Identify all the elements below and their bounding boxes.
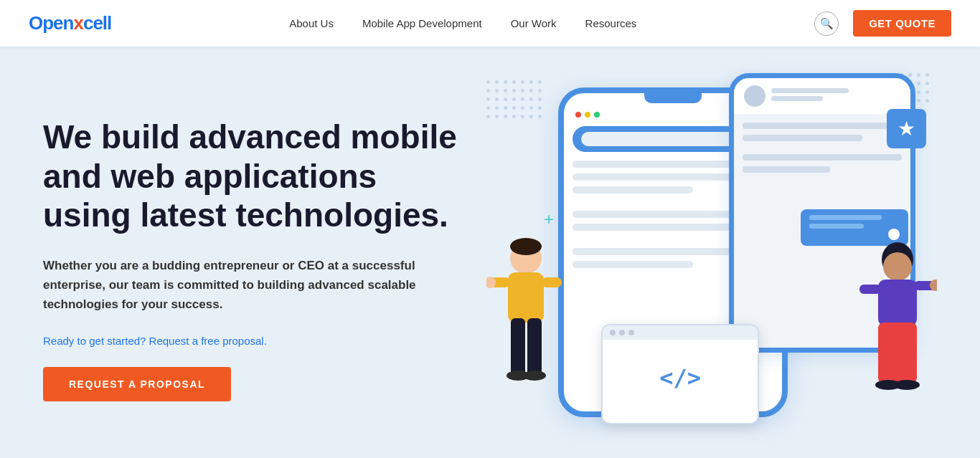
star-icon: ★ [897, 117, 915, 140]
sec-line-1 [771, 88, 849, 93]
cw-dot-2 [619, 330, 625, 335]
plus-icon-2: + [544, 209, 554, 229]
nav-link-work[interactable]: Our Work [511, 17, 557, 29]
phone-line-3 [573, 186, 693, 194]
code-window-bar [603, 325, 758, 340]
logo-open: Open [29, 12, 73, 34]
sec-line-2 [771, 96, 823, 101]
svg-rect-16 [878, 323, 917, 383]
code-window-body: </> [603, 340, 758, 416]
nav-link-resources[interactable]: Resources [585, 17, 637, 29]
svg-rect-6 [511, 318, 525, 376]
svg-rect-13 [859, 285, 881, 294]
hero-left: We build advanced mobile and web applica… [43, 103, 472, 401]
cw-dot-1 [610, 330, 616, 335]
sp-line-2 [743, 135, 862, 141]
request-proposal-button[interactable]: REQUEST A PROPOSAL [43, 367, 231, 401]
nav-item-resources[interactable]: Resources [585, 17, 637, 30]
search-oval [581, 132, 748, 146]
dot-green [594, 112, 600, 118]
svg-point-11 [883, 252, 912, 281]
hero-subtitle: Whether you are a budding entrepreneur o… [43, 256, 459, 315]
logo[interactable]: Openxcell [29, 12, 111, 34]
code-tag-text: </> [659, 364, 701, 391]
sp-line-1 [743, 123, 902, 129]
hero-proposal-link[interactable]: Ready to get started? Request a free pro… [43, 335, 472, 347]
star-badge: ★ [887, 109, 926, 148]
phone-line-5 [573, 224, 733, 231]
hero-title: We build advanced mobile and web applica… [43, 118, 472, 234]
hero-section: We build advanced mobile and web applica… [0, 47, 980, 458]
svg-rect-7 [527, 318, 542, 376]
fc-line-2 [809, 224, 864, 229]
get-quote-button[interactable]: GET QUOTE [853, 10, 951, 37]
nav-links: About Us Mobile App Development Our Work… [289, 17, 636, 30]
logo-cell: cell [83, 12, 111, 34]
nav-link-mobile[interactable]: Mobile App Development [362, 17, 482, 29]
sp-line-4 [743, 166, 830, 173]
person-left-figure [486, 231, 565, 417]
navbar: Openxcell About Us Mobile App Developmen… [0, 0, 980, 47]
dot-red [575, 112, 581, 118]
sec-text-lines [771, 88, 900, 104]
person-right-figure [858, 238, 937, 417]
svg-rect-4 [542, 277, 562, 287]
search-button[interactable]: 🔍 [814, 11, 839, 36]
phone-line-2 [573, 173, 733, 181]
logo-x: x [73, 12, 83, 34]
nav-right: 🔍 GET QUOTE [814, 10, 951, 37]
nav-item-work[interactable]: Our Work [511, 17, 557, 30]
code-window: </> [601, 324, 759, 424]
hero-illustration: + + + 🔍 [472, 66, 937, 439]
nav-item-mobile[interactable]: Mobile App Development [362, 17, 482, 30]
nav-link-about[interactable]: About Us [289, 17, 334, 29]
secondary-phone-header [734, 78, 910, 114]
svg-point-1 [510, 238, 542, 255]
secondary-phone-body [734, 114, 910, 187]
svg-rect-2 [508, 272, 544, 323]
svg-point-9 [523, 371, 546, 381]
svg-point-18 [894, 380, 920, 390]
sp-line-3 [743, 154, 902, 161]
fc-line-1 [809, 215, 882, 220]
phone-line-7 [573, 261, 693, 268]
phone-notch [644, 93, 702, 103]
svg-rect-12 [878, 280, 917, 326]
search-icon: 🔍 [820, 17, 834, 30]
cw-dot-3 [628, 330, 634, 335]
avatar-placeholder [744, 85, 765, 107]
dot-yellow [585, 112, 590, 118]
dots-decoration-left [486, 80, 542, 119]
nav-item-about[interactable]: About Us [289, 17, 334, 30]
